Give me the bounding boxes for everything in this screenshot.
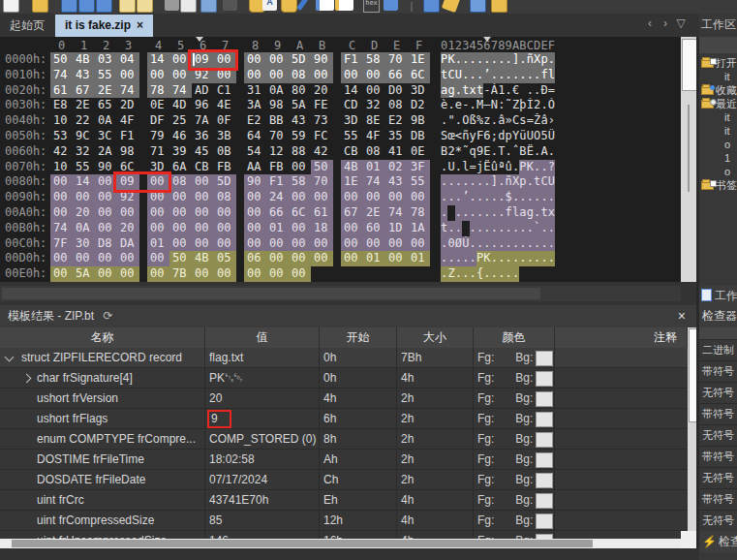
ascii-char[interactable]: z bbox=[483, 113, 490, 129]
hex-byte[interactable]: FB bbox=[214, 160, 236, 175]
hex-byte[interactable]: 00 bbox=[244, 205, 266, 221]
tab-start-page[interactable]: 起始页 bbox=[0, 15, 54, 37]
refresh-icon[interactable]: ⟳ bbox=[103, 309, 112, 323]
cell-value[interactable]: 85 bbox=[205, 511, 320, 530]
hex-byte[interactable]: 4B bbox=[192, 251, 214, 266]
table-row[interactable]: ushort frFlags96h2hFg:Bg: bbox=[0, 409, 688, 429]
ascii-char[interactable]: . bbox=[491, 266, 498, 282]
ascii-char[interactable]: . bbox=[540, 251, 547, 266]
bg-color-swatch[interactable] bbox=[536, 513, 553, 529]
hex-byte[interactable]: 2D bbox=[117, 98, 139, 113]
hex-byte[interactable]: 00 bbox=[289, 266, 311, 282]
duplicate-file-icon[interactable] bbox=[137, 0, 153, 13]
hex-byte[interactable]: 67 bbox=[73, 83, 95, 99]
hex-byte[interactable]: 00 bbox=[50, 205, 73, 221]
inspector-row[interactable]: 无符号 bbox=[699, 425, 737, 447]
hex-byte[interactable]: 00 bbox=[95, 251, 117, 266]
ascii-char[interactable]: . bbox=[441, 251, 447, 266]
hex-byte[interactable]: 8E bbox=[363, 113, 385, 129]
hex-byte[interactable]: 00 bbox=[192, 221, 214, 236]
tab-it-is-fake-zip[interactable]: it is fake.zip× bbox=[55, 15, 153, 37]
ascii-char[interactable]: . bbox=[470, 221, 476, 236]
cell-start[interactable]: 0h bbox=[320, 348, 397, 367]
hex-byte[interactable]: 96 bbox=[192, 98, 214, 113]
ascii-char[interactable]: f bbox=[540, 68, 547, 83]
table-row[interactable]: uint frCrc43741E70hEh4hFg:Bg: bbox=[0, 490, 688, 511]
ascii-char[interactable]: p bbox=[519, 174, 526, 190]
ascii-char[interactable]: B bbox=[441, 144, 447, 160]
ascii-char[interactable]: . bbox=[519, 68, 526, 83]
ascii-char[interactable]: . bbox=[462, 205, 469, 221]
hex-byte[interactable]: C1 bbox=[214, 83, 236, 99]
cell-name[interactable]: uint frCrc bbox=[0, 490, 205, 510]
ascii-char[interactable]: . bbox=[527, 190, 534, 205]
column-header-5[interactable]: 颜色 bbox=[474, 327, 555, 348]
hex-byte[interactable]: D0 bbox=[385, 83, 408, 99]
ascii-char[interactable]: . bbox=[455, 83, 462, 99]
ascii-char[interactable]: X bbox=[512, 174, 519, 190]
hex-byte[interactable]: 6C bbox=[408, 68, 430, 83]
hex-byte[interactable]: 25 bbox=[169, 113, 192, 129]
ascii-char[interactable]: . bbox=[476, 236, 483, 252]
inspector-row[interactable]: 无符号 bbox=[699, 468, 737, 489]
ascii-char[interactable]: t bbox=[540, 205, 547, 221]
hex-byte[interactable]: 3C bbox=[95, 129, 117, 144]
hex-byte[interactable]: 4B bbox=[73, 52, 95, 68]
cell-size[interactable]: 2h bbox=[397, 429, 474, 449]
ascii-char[interactable]: . bbox=[540, 190, 547, 205]
hex-byte[interactable]: CB bbox=[341, 144, 363, 160]
ascii-char[interactable]: Z bbox=[447, 266, 454, 282]
ascii-char[interactable]: . bbox=[540, 160, 547, 175]
ascii-char[interactable]: ˜ bbox=[462, 144, 469, 160]
hex-horizontal-scrollbar[interactable] bbox=[0, 286, 681, 301]
hex-byte[interactable]: 2E bbox=[363, 205, 385, 221]
hex-byte[interactable]: 00 bbox=[311, 251, 333, 266]
save-icon[interactable] bbox=[61, 0, 77, 13]
hex-byte[interactable]: 00 bbox=[73, 190, 95, 205]
bg-color-swatch[interactable] bbox=[536, 412, 553, 427]
ascii-char[interactable]: . bbox=[498, 236, 505, 252]
hex-byte[interactable]: 00 bbox=[311, 236, 333, 252]
hex-byte[interactable]: 00 bbox=[117, 251, 139, 266]
ascii-char[interactable]: = bbox=[470, 160, 476, 175]
ascii-char[interactable]: Í bbox=[527, 98, 534, 113]
ascii-char[interactable]: . bbox=[506, 251, 512, 266]
ascii-char[interactable]: . bbox=[462, 68, 469, 83]
hex-byte[interactable]: 08 bbox=[385, 98, 408, 113]
hex-byte[interactable]: BB bbox=[266, 113, 289, 129]
hex-byte[interactable]: 02 bbox=[385, 160, 408, 175]
hex-byte[interactable]: 7A bbox=[192, 113, 214, 129]
hex-byte[interactable]: 12 bbox=[266, 144, 289, 160]
ascii-char[interactable]: B bbox=[519, 144, 526, 160]
ascii-char[interactable]: K bbox=[447, 52, 454, 68]
ascii-char[interactable]: ñ bbox=[506, 174, 512, 190]
hex-byte[interactable]: 00 bbox=[147, 68, 169, 83]
ascii-char[interactable]: . bbox=[455, 251, 462, 266]
hex-byte[interactable]: 01 bbox=[363, 251, 385, 266]
cell-start[interactable]: 0h bbox=[320, 368, 397, 388]
ascii-char[interactable]: û bbox=[506, 160, 512, 175]
ascii-char[interactable]: F bbox=[476, 129, 483, 144]
cell-value[interactable]: 07/17/2024 bbox=[205, 470, 320, 489]
ascii-char[interactable]: 5 bbox=[540, 129, 547, 144]
hex-byte[interactable]: 00 bbox=[385, 190, 408, 205]
ascii-char[interactable]: . bbox=[519, 221, 526, 236]
hex-byte[interactable]: 5D bbox=[289, 52, 311, 68]
hex-byte[interactable]: 00 bbox=[385, 236, 408, 252]
cell-value[interactable]: 9 bbox=[205, 409, 320, 428]
hex-byte[interactable]: 00 bbox=[266, 236, 289, 252]
ascii-char[interactable]: t bbox=[534, 174, 540, 190]
ascii-char[interactable]: . bbox=[519, 52, 526, 68]
hex-byte[interactable]: 00 bbox=[363, 83, 385, 99]
ascii-char[interactable]: ü bbox=[519, 129, 526, 144]
template-horizontal-scrollbar[interactable] bbox=[0, 539, 688, 548]
ascii-char[interactable]: x bbox=[470, 83, 476, 99]
bookmark-folder-icon[interactable] bbox=[491, 0, 507, 13]
ascii-char[interactable]: ] bbox=[512, 52, 519, 68]
ascii-char[interactable]: " bbox=[447, 113, 454, 129]
ascii-char[interactable]: Ø bbox=[455, 236, 462, 252]
hex-byte[interactable]: 50 bbox=[50, 52, 73, 68]
ascii-char[interactable]: q bbox=[470, 144, 476, 160]
hex-byte[interactable]: FB bbox=[266, 160, 289, 175]
copy-icon[interactable] bbox=[180, 0, 197, 13]
